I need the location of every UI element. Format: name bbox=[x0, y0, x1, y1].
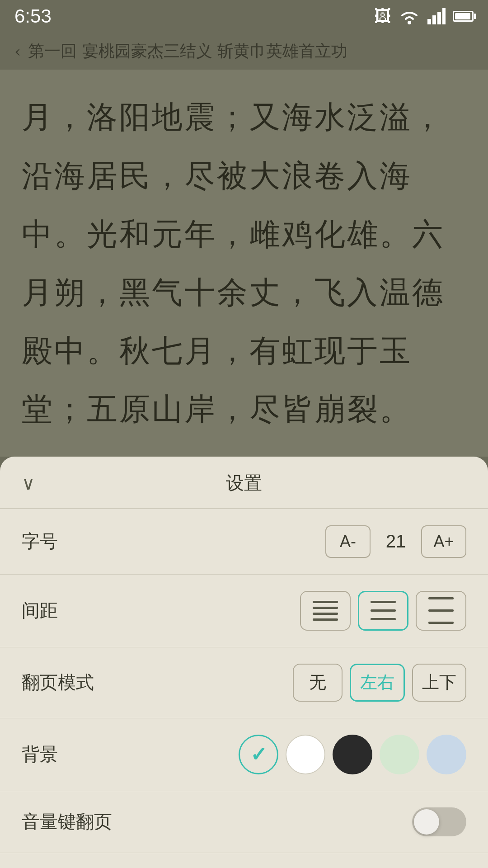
svg-rect-4 bbox=[442, 8, 446, 24]
background-controls: ✓ bbox=[239, 735, 466, 774]
page-mode-label: 翻页模式 bbox=[22, 670, 94, 695]
status-bar: 6:53 🖼 bbox=[0, 0, 488, 33]
spacing-tight-button[interactable] bbox=[300, 591, 351, 631]
font-size-controls: A- 21 A+ bbox=[325, 525, 466, 558]
page-mode-controls: 无 左右 上下 bbox=[293, 664, 466, 702]
single-hand-row: 单手模式 点击左右两侧翻下一页 bbox=[0, 853, 488, 868]
spacing-medium-button[interactable] bbox=[358, 591, 408, 631]
svg-rect-3 bbox=[437, 12, 441, 24]
reading-text: 月，洛阳地震；又海水泛溢，沿海居民，尽被大浪卷入海中。光和元年，雌鸡化雄。六月朔… bbox=[22, 88, 466, 438]
background-label: 背景 bbox=[22, 742, 58, 767]
volume-key-row: 音量键翻页 bbox=[0, 791, 488, 853]
nav-bar: ‹ 第一回 宴桃园豪杰三结义 斩黄巾英雄首立功 bbox=[0, 33, 488, 70]
signal-icon bbox=[427, 8, 446, 24]
battery-icon bbox=[453, 11, 474, 22]
bg-black-button[interactable] bbox=[333, 735, 372, 774]
font-size-value: 21 bbox=[378, 531, 414, 552]
background-row: 背景 ✓ bbox=[0, 718, 488, 791]
chapter-title: 第一回 宴桃园豪杰三结义 斩黄巾英雄首立功 bbox=[28, 40, 347, 62]
font-increase-button[interactable]: A+ bbox=[421, 525, 466, 558]
mode-leftright-button[interactable]: 左右 bbox=[350, 664, 405, 702]
reading-content: 月，洛阳地震；又海水泛溢，沿海居民，尽被大浪卷入海中。光和元年，雌鸡化雄。六月朔… bbox=[0, 70, 488, 456]
bg-white-button[interactable] bbox=[286, 735, 325, 774]
spacing-wide-icon bbox=[428, 597, 454, 624]
bg-blue-button[interactable] bbox=[427, 735, 466, 774]
mode-updown-button[interactable]: 上下 bbox=[412, 664, 466, 702]
spacing-medium-icon bbox=[371, 601, 396, 620]
settings-panel: ∨ 设置 字号 A- 21 A+ 间距 bbox=[0, 457, 488, 868]
mode-none-button[interactable]: 无 bbox=[293, 664, 343, 702]
svg-rect-1 bbox=[427, 19, 431, 24]
font-size-row: 字号 A- 21 A+ bbox=[0, 509, 488, 575]
spacing-tight-icon bbox=[313, 601, 338, 621]
wifi-icon bbox=[399, 8, 420, 24]
checkmark-icon: ✓ bbox=[250, 743, 267, 766]
svg-point-0 bbox=[408, 21, 411, 24]
spacing-controls bbox=[300, 591, 466, 631]
volume-key-label: 音量键翻页 bbox=[22, 809, 112, 834]
spacing-wide-button[interactable] bbox=[416, 591, 466, 631]
status-icons: 🖼 bbox=[374, 6, 474, 26]
volume-key-toggle[interactable] bbox=[412, 807, 466, 836]
font-size-label: 字号 bbox=[22, 529, 58, 554]
font-decrease-button[interactable]: A- bbox=[325, 525, 371, 558]
settings-title: 设置 bbox=[226, 471, 262, 495]
toggle-knob bbox=[414, 809, 439, 835]
image-icon: 🖼 bbox=[374, 6, 391, 26]
settings-header: ∨ 设置 bbox=[0, 457, 488, 509]
single-hand-label: 单手模式 bbox=[22, 866, 94, 868]
bg-beige-button[interactable]: ✓ bbox=[239, 735, 278, 774]
spacing-row: 间距 bbox=[0, 575, 488, 647]
status-time: 6:53 bbox=[14, 5, 52, 27]
bg-green-button[interactable] bbox=[380, 735, 419, 774]
page-mode-row: 翻页模式 无 左右 上下 bbox=[0, 647, 488, 718]
svg-rect-2 bbox=[432, 15, 436, 24]
back-button[interactable]: ‹ bbox=[14, 42, 21, 61]
spacing-label: 间距 bbox=[22, 598, 58, 623]
collapse-button[interactable]: ∨ bbox=[22, 473, 35, 494]
